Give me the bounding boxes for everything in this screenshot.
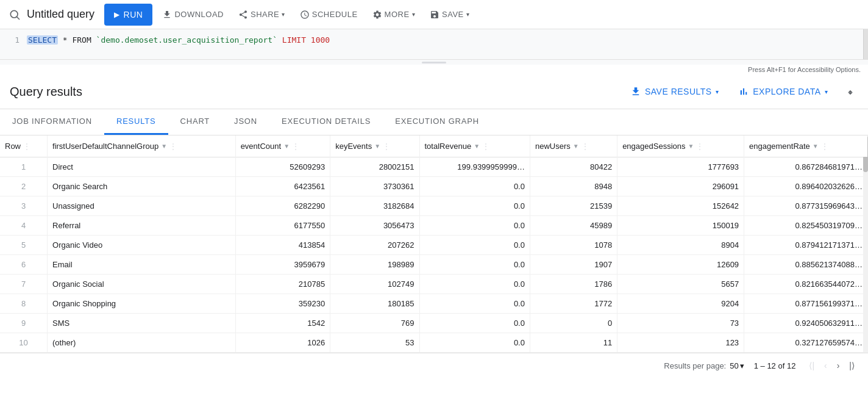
table-wrapper: Row ⋮ firstUserDefaultChannelGroup ▼ ⋮ [0,135,868,353]
col-header-eventcount: eventCount ▼ ⋮ [235,135,330,157]
per-page-select[interactable]: 50 ▾ [730,361,744,370]
cell-row-num: 10 [0,333,48,353]
table-row[interactable]: 10 (other) 1026 53 0.0 11 123 0.32712765… [0,333,868,353]
prev-page-button[interactable]: ‹ [820,358,831,373]
top-bar: Untitled query ▶ RUN DOWNLOAD SHARE ▾ SC… [0,0,868,29]
pagination-controls: ⟨| ‹ › |⟩ [805,358,858,373]
cell-keyevents: 198989 [330,255,419,275]
vertical-scrollbar[interactable] [863,135,868,353]
download-button[interactable]: DOWNLOAD [157,4,229,26]
table-row[interactable]: 4 Referral 6177550 3056473 0.0 45989 150… [0,216,868,236]
cell-channel: Direct [48,157,236,177]
cell-channel: Organic Shopping [48,294,236,314]
cell-engagedsessions: 8904 [617,236,744,255]
tab-chart[interactable]: CHART [168,109,222,135]
cell-newusers: 1907 [530,255,617,275]
table-row[interactable]: 3 Unassigned 6282290 3182684 0.0 21539 1… [0,196,868,216]
col-resize-eventcount[interactable]: ⋮ [292,142,297,151]
explore-data-chevron-icon: ▾ [825,88,828,95]
more-button[interactable]: MORE ▾ [368,4,421,26]
cell-row-num: 2 [0,177,48,196]
cell-engagedsessions: 5657 [617,275,744,294]
run-button[interactable]: ▶ RUN [104,4,152,26]
sql-editor[interactable]: 1 SELECT * FROM `demo.demoset.user_acqui… [0,29,868,60]
cell-engagementrate: 0.825450319709… [744,216,868,236]
expand-collapse-button[interactable] [842,84,858,99]
col-resize-engagementrate[interactable]: ⋮ [821,142,826,151]
results-table-container[interactable]: Row ⋮ firstUserDefaultChannelGroup ▼ ⋮ [0,135,868,353]
cell-engagementrate: 0.885621374088… [744,255,868,275]
cell-row-num: 9 [0,314,48,333]
table-row[interactable]: 9 SMS 1542 769 0.0 0 73 0.924050632911… [0,314,868,333]
col-resize-newusers[interactable]: ⋮ [582,142,586,151]
cell-engagementrate: 0.867284681971… [744,157,868,177]
tab-json[interactable]: JSON [222,109,269,135]
cell-engagementrate: 0.327127659574… [744,333,868,353]
cell-row-num: 5 [0,236,48,255]
table-row[interactable]: 1 Direct 52609293 28002151 199.939995999… [0,157,868,177]
col-resize-engagedsessions[interactable]: ⋮ [696,142,701,151]
sort-icon-eventcount[interactable]: ▼ [283,143,290,150]
cell-eventcount: 413854 [235,236,330,255]
save-results-button[interactable]: SAVE RESULTS ▾ [625,81,724,103]
schedule-button[interactable]: SCHEDULE [295,4,363,26]
results-title: Query results [10,85,616,99]
explore-data-button[interactable]: EXPLORE DATA ▾ [733,81,833,103]
tab-execution-details[interactable]: EXECUTION DETAILS [269,109,383,135]
download-icon [162,10,172,20]
sql-limit: LIMIT 1000 [277,35,330,45]
sort-icon-totalrevenue[interactable]: ▼ [474,143,480,150]
col-header-engagedsessions: engagedSessions ▼ ⋮ [617,135,744,157]
save-button[interactable]: SAVE ▾ [425,4,474,26]
cell-keyevents: 207262 [330,236,419,255]
col-resize-totalrevenue[interactable]: ⋮ [482,142,487,151]
col-resize-channel[interactable]: ⋮ [169,142,174,151]
table-row[interactable]: 2 Organic Search 6423561 3730361 0.0 894… [0,177,868,196]
tab-job-information[interactable]: JOB INFORMATION [0,109,104,135]
col-resize-keyevents[interactable]: ⋮ [383,142,388,151]
save-results-icon [630,86,641,97]
line-number: 1 [5,35,20,45]
cell-engagementrate: 0.879412171371… [744,236,868,255]
first-page-button[interactable]: ⟨| [805,358,818,373]
next-page-button[interactable]: › [833,358,844,373]
table-row[interactable]: 6 Email 3959679 198989 0.0 1907 12609 0.… [0,255,868,275]
cell-eventcount: 1542 [235,314,330,333]
sort-icon-channel[interactable]: ▼ [161,143,167,150]
cell-eventcount: 3959679 [235,255,330,275]
sort-icon-keyevents[interactable]: ▼ [374,143,380,150]
cell-eventcount: 1026 [235,333,330,353]
cell-newusers: 1786 [530,275,617,294]
cell-keyevents: 3730361 [330,177,419,196]
cell-totalrevenue: 0.0 [419,196,530,216]
cell-totalrevenue: 0.0 [419,275,530,294]
table-header-row: Row ⋮ firstUserDefaultChannelGroup ▼ ⋮ [0,135,868,157]
tab-execution-graph[interactable]: EXECUTION GRAPH [383,109,491,135]
save-icon [430,10,439,20]
table-row[interactable]: 8 Organic Shopping 359230 180185 0.0 177… [0,294,868,314]
cell-engagedsessions: 152642 [617,196,744,216]
table-row[interactable]: 5 Organic Video 413854 207262 0.0 1078 8… [0,236,868,255]
explore-data-icon [738,86,749,97]
share-icon [238,10,248,20]
cell-eventcount: 6423561 [235,177,330,196]
table-footer: Results per page: 50 ▾ 1 – 12 of 12 ⟨| ‹… [0,353,868,378]
cell-newusers: 21539 [530,196,617,216]
cell-row-num: 8 [0,294,48,314]
tab-results[interactable]: RESULTS [104,109,168,135]
table-row[interactable]: 7 Organic Social 210785 102749 0.0 1786 … [0,275,868,294]
cell-eventcount: 6282290 [235,196,330,216]
share-button[interactable]: SHARE ▾ [233,4,290,26]
cell-row-num: 7 [0,275,48,294]
sort-icon-engagedsessions[interactable]: ▼ [688,143,694,150]
col-resize-row[interactable]: ⋮ [23,142,28,151]
cell-newusers: 11 [530,333,617,353]
cell-engagedsessions: 150019 [617,216,744,236]
resize-handle[interactable] [0,60,868,65]
sort-icon-newusers[interactable]: ▼ [573,143,579,150]
cell-row-num: 3 [0,196,48,216]
save-chevron-icon: ▾ [466,11,470,18]
sort-icon-engagementrate[interactable]: ▼ [813,143,819,150]
sql-scrollbar[interactable] [863,29,868,59]
last-page-button[interactable]: |⟩ [845,358,858,373]
